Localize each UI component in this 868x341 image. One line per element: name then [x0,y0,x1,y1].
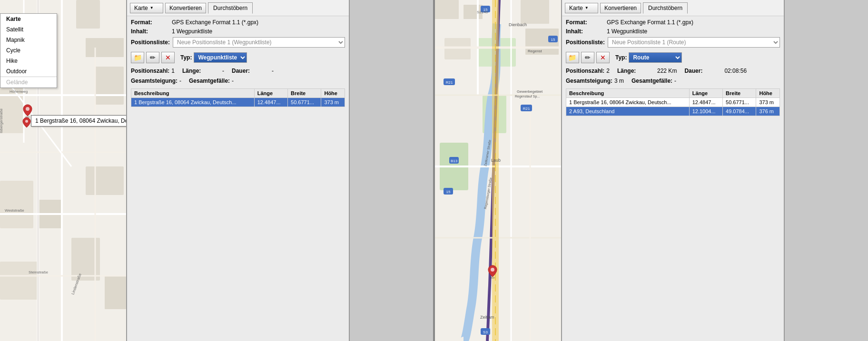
left-karte-button[interactable]: Karte ▼ [130,3,163,13]
svg-text:Isbergerstraße: Isbergerstraße [0,108,3,133]
left-stats-row1: Positionszahl: 1 Länge: - Dauer: - [131,68,345,74]
left-typ-select[interactable]: Wegpunktliste Route Track [194,52,247,63]
menu-item-gelaende: Gelände [0,77,57,88]
left-sidebar: Karte ▼ Konvertieren Durchstöbern Format… [126,0,350,341]
svg-text:Zeitlam: Zeitlam [480,315,494,320]
right-typ-label: Typ: [615,54,627,61]
svg-text:R21: R21 [446,80,453,85]
right-col-beschreibung: Beschreibung [566,89,689,98]
svg-text:Laub: Laub [491,158,501,163]
right-poslist-select[interactable]: Neue Positionsliste 1 (Route) [608,37,780,48]
left-karte-arrow: ▼ [150,6,154,10]
left-positionszahl: Positionszahl: 1 [131,68,175,74]
right-delete-btn[interactable]: ✕ [596,52,610,63]
folder-icon: 📁 [134,54,142,61]
right-format-row: Format: GPS Exchange Format 1.1 (*.gpx) [566,19,780,26]
svg-text:S3: S3 [483,330,488,334]
right-folder-icon: 📁 [568,54,576,61]
left-laenge: Länge: - [182,68,224,74]
left-table-wrapper: Beschreibung Länge Breite Höhe 1 Bergstr… [131,87,345,338]
svg-rect-10 [0,262,38,300]
right-browse-tab[interactable]: Durchstöbern [643,2,688,14]
svg-text:Regenstauf Sp...: Regenstauf Sp... [515,95,540,98]
svg-rect-7 [0,181,33,228]
left-content: Format: GPS Exchange Format 1.1 (*.gpx) … [127,16,349,341]
left-section: Bergstraße Höhenweg Weststraße Steinstra… [0,0,433,341]
right-karte-button[interactable]: Karte ▼ [565,3,598,13]
svg-rect-6 [95,67,124,105]
left-browse-tab[interactable]: Durchstöbern [208,2,253,14]
svg-rect-5 [86,38,124,57]
right-sidebar: Karte ▼ Konvertieren Durchstöbern Format… [561,0,785,341]
map-marker-left-2[interactable] [22,117,31,130]
menu-item-hike[interactable]: Hike [0,56,57,66]
left-col-laenge: Länge [254,89,287,98]
svg-rect-37 [435,0,459,19]
left-poslist-row: Positionsliste: Neue Positionsliste 1 (W… [131,37,345,48]
right-col-breite: Breite [723,89,756,98]
map-tooltip: 1 Bergstraße 16, 08064 Zwickau, Deutschl… [31,115,126,127]
right-top-bar: Karte ▼ Konvertieren Durchstöbern [562,0,784,16]
left-toolbar: 📁 ✏ ✕ Typ: Wegpunktliste Route Track [131,52,345,63]
menu-item-karte[interactable]: Karte [0,14,57,24]
right-dauer: Dauer: 02:08:56 [684,68,747,74]
svg-text:15: 15 [446,190,451,194]
right-folder-btn[interactable]: 📁 [566,52,579,63]
karte-dropdown-menu[interactable]: Karte Satellit Mapnik Cycle Hike Outdoor… [0,13,57,88]
map-marker-right[interactable] [487,264,498,280]
svg-rect-4 [76,0,100,29]
left-data-table: Beschreibung Länge Breite Höhe 1 Bergstr… [131,88,345,107]
svg-text:Regenst: Regenst [528,49,542,53]
table-row[interactable]: 1 Bergstraße 16, 08064 Zwickau, Deutsch.… [131,98,345,107]
menu-item-mapnik[interactable]: Mapnik [0,35,57,45]
right-gesamtsteigung: Gesamtsteigung: 3 m [566,78,624,84]
menu-item-satellit[interactable]: Satellit [0,24,57,35]
left-top-bar: Karte ▼ Konvertieren Durchstöbern [127,0,349,16]
right-toolbar: 📁 ✏ ✕ Typ: Wegpunktliste Route Track [566,52,780,63]
right-convert-tab[interactable]: Konvertieren [600,3,641,13]
table-row[interactable]: 2 A93, Deutschland 12.1004... 49.0784...… [566,107,779,116]
left-delete-btn[interactable]: ✕ [161,52,175,63]
menu-item-cycle[interactable]: Cycle [0,45,57,56]
delete-icon: ✕ [165,54,171,61]
menu-item-outdoor[interactable]: Outdoor [0,66,57,77]
svg-text:B13: B13 [451,159,458,163]
right-poslist-row: Positionsliste: Neue Positionsliste 1 (R… [566,37,780,48]
right-typ-select[interactable]: Wegpunktliste Route Track [629,52,682,63]
left-folder-btn[interactable]: 📁 [131,52,144,63]
svg-point-34 [26,107,30,111]
right-content: Format: GPS Exchange Format 1.1 (*.gpx) … [562,16,784,341]
app-layout: Bergstraße Höhenweg Weststraße Steinstra… [0,0,868,341]
left-typ-label: Typ: [180,54,192,61]
svg-text:R21: R21 [523,107,530,111]
right-gesamtgefaelle: Gesamtgefälle: - [631,78,676,84]
table-row[interactable]: 1 Bergstraße 16, 08064 Zwickau, Deutsch.… [566,98,779,107]
right-edit-btn[interactable]: ✏ [581,52,594,63]
svg-text:S2140: S2140 [477,10,488,14]
svg-rect-39 [521,0,549,24]
right-stats-row1: Positionszahl: 2 Länge: 222 Km Dauer: 02… [566,68,780,74]
right-map[interactable]: 15 15 R21 R21 15 S3 S2140 Dienbach Regen… [435,0,561,341]
left-dauer: Dauer: - [232,68,274,74]
right-data-table: Beschreibung Länge Breite Höhe 1 Bergstr… [566,88,780,116]
left-map[interactable]: Bergstraße Höhenweg Weststraße Steinstra… [0,0,126,341]
left-poslist-select[interactable]: Neue Positionsliste 1 (Wegpunktliste) [173,37,345,48]
right-col-laenge: Länge [689,89,722,98]
left-edit-btn[interactable]: ✏ [146,52,159,63]
right-col-hoehe: Höhe [756,89,780,98]
svg-text:Steinstraße: Steinstraße [29,270,48,274]
left-col-hoehe: Höhe [321,89,345,98]
right-table-wrapper: Beschreibung Länge Breite Höhe 1 Bergstr… [566,87,780,338]
right-laenge: Länge: 222 Km [617,68,677,74]
left-convert-tab[interactable]: Konvertieren [165,3,206,13]
svg-text:15: 15 [551,38,555,42]
left-format-row: Format: GPS Exchange Format 1.1 (*.gpx) [131,19,345,26]
svg-point-35 [25,120,28,123]
left-inhalt-row: Inhalt: 1 Wegpunktliste [131,28,345,35]
right-stats-row2: Gesamtsteigung: 3 m Gesamtgefälle: - [566,78,780,84]
right-delete-icon: ✕ [600,54,606,61]
svg-text:Höhenweg: Höhenweg [10,89,28,94]
left-col-beschreibung: Beschreibung [131,89,255,98]
svg-text:Dienbach: Dienbach [509,22,527,27]
svg-text:Weststraße: Weststraße [5,208,24,213]
